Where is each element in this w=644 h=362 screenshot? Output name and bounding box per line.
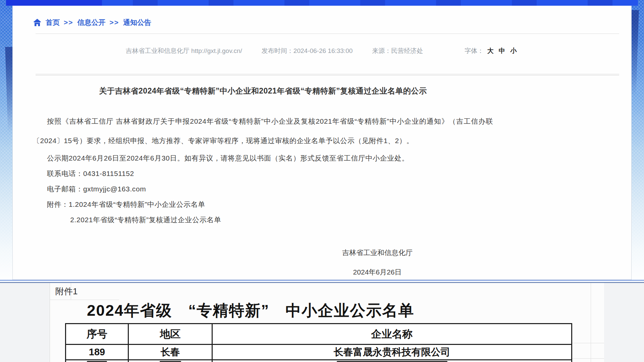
right-diagonal-shade bbox=[631, 10, 644, 124]
signature-date: 2024年6月26日 bbox=[342, 262, 413, 282]
section-separator-line bbox=[0, 280, 644, 283]
header-divider bbox=[36, 74, 619, 75]
font-size-large-button[interactable]: 大 bbox=[487, 47, 494, 54]
font-size-medium-button[interactable]: 中 bbox=[499, 47, 505, 54]
breadcrumb-home-link[interactable]: 首页 bbox=[46, 18, 60, 27]
font-size-small-button[interactable]: 小 bbox=[510, 47, 517, 54]
breadcrumb-separator: >> bbox=[110, 18, 119, 26]
table-row-partial bbox=[66, 360, 571, 362]
attachment-line-2: 2.2021年省级“专精特新”复核通过企业公示名单 bbox=[33, 212, 493, 228]
page: 首页 >> 信息公开 >> 通知公告 吉林省工业和信息化厅 http://gxt… bbox=[0, 0, 644, 362]
partial-cell bbox=[129, 360, 213, 362]
phone-number: 0431-81151152 bbox=[83, 170, 134, 177]
header-company: 企业名称 bbox=[213, 324, 571, 345]
article-paragraph: 公示期2024年6月26日至2024年6月30日。如有异议，请将意见以书面（实名… bbox=[33, 150, 493, 166]
attachment-preview-section: 附件1 2024年省级 “专精特新” 中小企业公示名单 序号 地区 企业名称 1… bbox=[0, 283, 644, 362]
article-body: 关于吉林省2024年省级“专精特新”中小企业和2021年省级“专精特新”复核通过… bbox=[33, 85, 493, 282]
top-nav-bar bbox=[6, 0, 638, 6]
table-header-row: 序号 地区 企业名称 bbox=[66, 324, 571, 345]
left-diagonal-shade bbox=[0, 47, 13, 161]
signature-block: 吉林省工业和信息化厅 2024年6月26日 bbox=[342, 243, 413, 282]
right-edge-decoration bbox=[631, 0, 644, 283]
left-edge-decoration bbox=[0, 0, 13, 283]
sheet-gridline bbox=[572, 358, 604, 359]
contact-email-line: 电子邮箱：gxtmyjjc@163.com bbox=[33, 181, 493, 197]
header-seq: 序号 bbox=[66, 324, 129, 345]
article-paragraph: 按照《吉林省工信厅 吉林省财政厅关于申报2024年省级“专精特新”中小企业及复核… bbox=[33, 112, 493, 150]
spreadsheet-preview: 附件1 2024年省级 “专精特新” 中小企业公示名单 序号 地区 企业名称 1… bbox=[50, 283, 604, 362]
header-region: 地区 bbox=[129, 324, 213, 345]
cell-company: 长春富晟永贵科技有限公司 bbox=[213, 345, 571, 360]
attachment-sheet-label: 附件1 bbox=[55, 286, 77, 297]
contact-phone-line: 联系电话：0431-81151152 bbox=[33, 166, 493, 181]
site-name: 吉林省工业和信息化厅 http://gxt.jl.gov.cn/ bbox=[126, 47, 242, 55]
email-address: gxtmyjjc@163.com bbox=[83, 185, 146, 193]
sheet-title: 2024年省级 “专精特新” 中小企业公示名单 bbox=[87, 300, 414, 321]
font-size-label: 字体： bbox=[465, 47, 484, 54]
home-icon[interactable] bbox=[33, 18, 42, 26]
article-title: 关于吉林省2024年省级“专精特新”中小企业和2021年省级“专精特新”复核通过… bbox=[33, 85, 493, 96]
cell-seq: 189 bbox=[66, 345, 129, 360]
font-size-control: 字体： 大 中 小 bbox=[465, 47, 518, 55]
sheet-gridline bbox=[572, 343, 604, 343]
breadcrumb: 首页 >> 信息公开 >> 通知公告 bbox=[33, 18, 151, 27]
breadcrumb-notice-link[interactable]: 通知公告 bbox=[123, 18, 151, 27]
article-source: 来源：民营经济处 bbox=[372, 47, 423, 55]
content-panel: 首页 >> 信息公开 >> 通知公告 吉林省工业和信息化厅 http://gxt… bbox=[12, 6, 632, 280]
cell-region: 长春 bbox=[129, 345, 213, 360]
partial-cell bbox=[66, 360, 129, 362]
table-row: 189 长春 长春富晟永贵科技有限公司 bbox=[66, 345, 571, 360]
partial-cell bbox=[213, 360, 571, 362]
attachment-line-1: 附件：1.2024年省级“专精特新”中小企业公示名单 bbox=[33, 197, 493, 212]
breadcrumb-divider bbox=[36, 34, 619, 34]
sheet-gridline bbox=[50, 300, 119, 300]
article-meta-bar: 吉林省工业和信息化厅 http://gxt.jl.gov.cn/ 发布时间：20… bbox=[13, 47, 631, 55]
signature-org: 吉林省工业和信息化厅 bbox=[342, 243, 413, 262]
breadcrumb-info-link[interactable]: 信息公开 bbox=[77, 18, 106, 27]
sheet-gridline bbox=[591, 283, 591, 362]
breadcrumb-separator: >> bbox=[64, 18, 73, 26]
company-table: 序号 地区 企业名称 189 长春 长春富晟永贵科技有限公司 bbox=[65, 323, 572, 362]
publish-time: 发布时间：2024-06-26 16:33:00 bbox=[262, 47, 353, 55]
